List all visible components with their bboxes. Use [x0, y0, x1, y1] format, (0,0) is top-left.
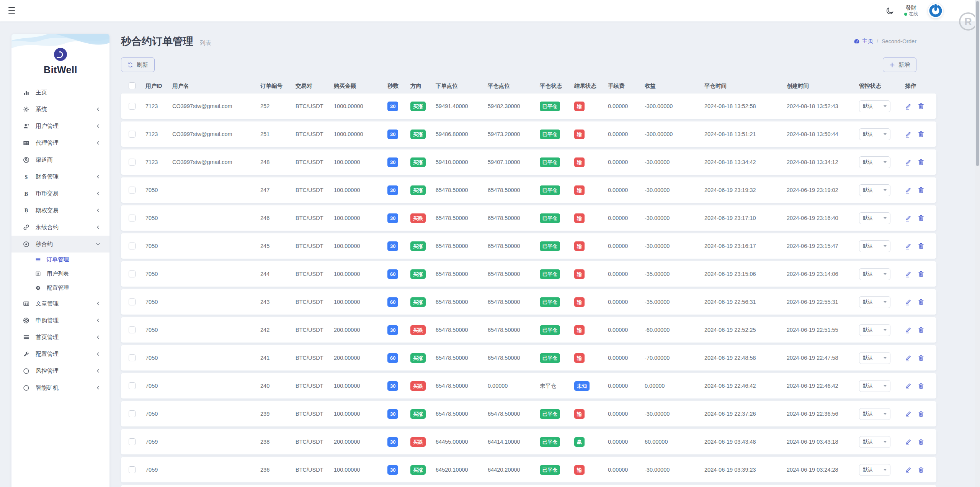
- edit-button[interactable]: [905, 298, 912, 305]
- column-header: 购买金额: [334, 82, 387, 90]
- sidebar-item[interactable]: 首页管理: [11, 329, 109, 346]
- edit-button[interactable]: [905, 410, 912, 417]
- row-checkbox[interactable]: [129, 187, 136, 193]
- delete-button[interactable]: [918, 382, 924, 389]
- sidebar-item[interactable]: 系统: [11, 101, 109, 118]
- sidebar-item[interactable]: B期权交易: [11, 202, 109, 219]
- delete-button[interactable]: [918, 159, 924, 166]
- sidebar-item[interactable]: 渠道商: [11, 151, 109, 168]
- delete-button[interactable]: [918, 354, 924, 361]
- sidebar-subitem[interactable]: 配置管理: [11, 281, 109, 295]
- cell-close-time: 2024-06-19 03:43:48: [691, 439, 773, 445]
- delete-button[interactable]: [918, 243, 924, 249]
- row-checkbox[interactable]: [129, 410, 136, 417]
- sidebar-item[interactable]: 申购管理: [11, 312, 109, 329]
- sidebar-subitem[interactable]: 用户列表: [11, 267, 109, 281]
- row-checkbox[interactable]: [129, 103, 136, 110]
- control-status-select[interactable]: 默认: [859, 212, 890, 224]
- vertical-scrollbar[interactable]: [975, 0, 980, 487]
- control-status-select[interactable]: 默认: [859, 408, 890, 420]
- control-status-select[interactable]: 默认: [859, 184, 890, 196]
- delete-button[interactable]: [918, 131, 924, 138]
- edit-button[interactable]: [905, 243, 912, 249]
- row-checkbox[interactable]: [129, 382, 136, 389]
- row-checkbox[interactable]: [129, 298, 136, 305]
- select-all-checkbox[interactable]: [129, 82, 136, 89]
- control-status-select[interactable]: 默认: [859, 380, 890, 392]
- sidebar-item[interactable]: 主页: [11, 84, 109, 101]
- sidebar-item[interactable]: 文章管理: [11, 295, 109, 312]
- baht-icon: B: [23, 207, 29, 214]
- scrollbar-thumb[interactable]: [976, 1, 979, 166]
- row-checkbox[interactable]: [129, 354, 136, 361]
- edit-button[interactable]: [905, 215, 912, 221]
- control-status-select[interactable]: 默认: [859, 100, 890, 112]
- delete-button[interactable]: [918, 215, 924, 221]
- sidebar-item[interactable]: 秒合约: [11, 236, 109, 253]
- control-status-select[interactable]: 默认: [859, 128, 890, 140]
- sidebar-item[interactable]: B币币交易: [11, 185, 109, 202]
- add-button[interactable]: 新增: [883, 57, 916, 72]
- sidebar-item[interactable]: 风控管理: [11, 362, 109, 379]
- delete-button[interactable]: [918, 103, 924, 110]
- edit-button[interactable]: [905, 103, 912, 110]
- edit-button[interactable]: [905, 326, 912, 333]
- edit-button[interactable]: [905, 131, 912, 138]
- chevron-left-icon: [96, 225, 100, 230]
- avatar[interactable]: [928, 3, 943, 18]
- row-checkbox[interactable]: [129, 243, 136, 249]
- close-status-badge: 已平仓: [540, 297, 560, 307]
- row-checkbox[interactable]: [129, 326, 136, 333]
- edit-button[interactable]: [905, 382, 912, 389]
- cell-user-id: 7050: [145, 383, 172, 389]
- sidebar-subitem[interactable]: 订单管理: [11, 253, 109, 267]
- row-checkbox[interactable]: [129, 271, 136, 277]
- control-status-select[interactable]: 默认: [859, 464, 890, 476]
- control-status-select[interactable]: 默认: [859, 240, 890, 252]
- sidebar-item[interactable]: 永续合约: [11, 219, 109, 236]
- delete-button[interactable]: [918, 326, 924, 333]
- row-checkbox[interactable]: [129, 215, 136, 221]
- hamburger-icon[interactable]: [8, 7, 16, 14]
- control-status-select[interactable]: 默认: [859, 156, 890, 168]
- edit-button[interactable]: [905, 438, 912, 445]
- delete-button[interactable]: [918, 298, 924, 305]
- edit-button[interactable]: [905, 271, 912, 277]
- chevron-left-icon: [96, 335, 100, 339]
- user-info[interactable]: 發財 在线: [904, 5, 918, 17]
- row-checkbox[interactable]: [129, 466, 136, 473]
- row-checkbox[interactable]: [129, 131, 136, 138]
- sidebar-item[interactable]: 配置管理: [11, 346, 109, 362]
- table-row: 7059 236 BTC/USDT 100.00000 30 买涨 64520.…: [121, 457, 936, 482]
- control-status-select[interactable]: 默认: [859, 296, 890, 308]
- delete-button[interactable]: [918, 187, 924, 193]
- moon-icon[interactable]: [885, 7, 894, 15]
- row-checkbox[interactable]: [129, 438, 136, 445]
- delete-button[interactable]: [918, 466, 924, 473]
- cell-user-id: 7050: [145, 411, 172, 417]
- edit-button[interactable]: [905, 466, 912, 473]
- control-status-select[interactable]: 默认: [859, 436, 890, 448]
- edit-button[interactable]: [905, 354, 912, 361]
- table-row: 7050 246 BTC/USDT 100.00000 30 买跌 65478.…: [121, 205, 936, 231]
- sidebar-item[interactable]: 用户管理: [11, 118, 109, 134]
- cell-create-time: 2024-06-19 03:24:28: [773, 467, 851, 473]
- sidebar-item[interactable]: $财务管理: [11, 168, 109, 185]
- refresh-button[interactable]: 刷新: [121, 57, 155, 72]
- cell-open-price: 65478.50000: [436, 187, 488, 193]
- breadcrumb-home[interactable]: 主页: [862, 38, 873, 45]
- chart-icon: [23, 89, 29, 96]
- sidebar-item[interactable]: 代理管理: [11, 134, 109, 151]
- delete-button[interactable]: [918, 271, 924, 277]
- control-status-select[interactable]: 默认: [859, 268, 890, 280]
- delete-button[interactable]: [918, 438, 924, 445]
- sidebar-item[interactable]: 智能矿机: [11, 379, 109, 396]
- cell-profit: 0.00000: [645, 383, 691, 389]
- control-status-select[interactable]: 默认: [859, 352, 890, 364]
- cell-fee: 0.00000: [608, 383, 645, 389]
- edit-button[interactable]: [905, 159, 912, 166]
- delete-button[interactable]: [918, 410, 924, 417]
- control-status-select[interactable]: 默认: [859, 324, 890, 336]
- row-checkbox[interactable]: [129, 159, 136, 166]
- edit-button[interactable]: [905, 187, 912, 193]
